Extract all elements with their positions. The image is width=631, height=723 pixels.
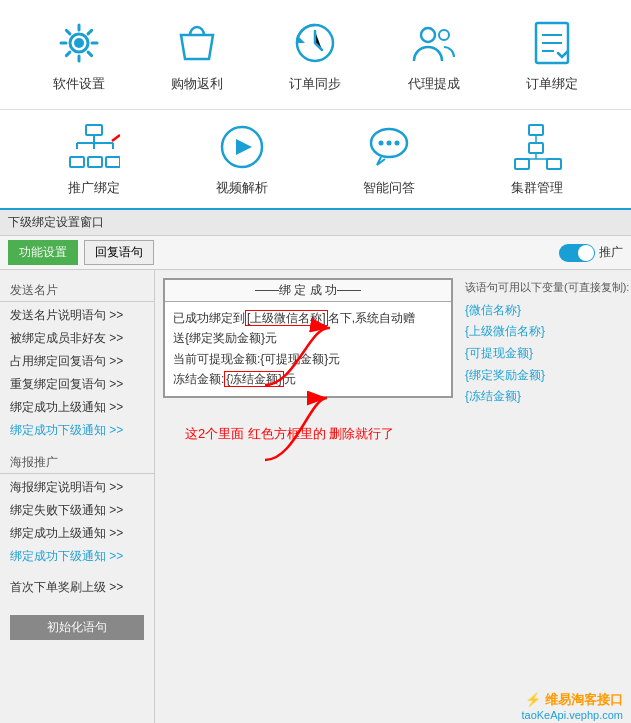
- bind-line-3: 冻结金额:{冻结金额}元: [173, 369, 443, 389]
- video-parse-label: 视频解析: [216, 179, 268, 197]
- cluster-icon: [511, 121, 563, 173]
- smart-qa-icon-item[interactable]: 智能问答: [363, 121, 415, 197]
- annotation-text: 这2个里面 红色方框里的 删除就行了: [185, 425, 394, 443]
- bind-success-title: ——绑 定 成 功——: [165, 280, 451, 302]
- right-content: ——绑 定 成 功—— 已成功绑定到[上级微信名称]名下,系统自动赠 送{绑定奖…: [155, 270, 631, 723]
- smart-qa-label: 智能问答: [363, 179, 415, 197]
- var-reward[interactable]: {绑定奖励金额}: [465, 365, 629, 387]
- sidebar-item-poster-bind-upper[interactable]: 绑定成功上级通知 >>: [0, 522, 154, 545]
- svg-point-15: [387, 141, 392, 146]
- gear-icon: [53, 17, 105, 69]
- sidebar-item-bind-success-lower[interactable]: 绑定成功下级通知 >>: [0, 419, 154, 442]
- sidebar-item-poster-bind-lower[interactable]: 绑定成功下级通知 >>: [0, 545, 154, 568]
- svg-point-1: [74, 38, 84, 48]
- svg-rect-9: [88, 157, 102, 167]
- svg-point-4: [421, 28, 435, 42]
- var-withdrawable[interactable]: {可提现金额}: [465, 343, 629, 365]
- clock-sync-icon: [289, 17, 341, 69]
- promo-toggle[interactable]: [559, 244, 595, 262]
- shopping-rebate-icon-item[interactable]: 购物返利: [171, 17, 223, 93]
- bind-success-content: 已成功绑定到[上级微信名称]名下,系统自动赠 送{绑定奖励金额}元 当前可提现金…: [165, 302, 451, 396]
- toggle-label: 推广: [599, 244, 623, 261]
- people-icon: [408, 17, 460, 69]
- cluster-mgmt-icon-item[interactable]: 集群管理: [511, 121, 563, 197]
- svg-rect-7: [86, 125, 102, 135]
- sub-window-title: 下级绑定设置窗口: [8, 214, 104, 231]
- tab-reply-sentence[interactable]: 回复语句: [84, 240, 154, 265]
- svg-point-16: [395, 141, 400, 146]
- svg-point-5: [439, 30, 449, 40]
- video-parse-icon-item[interactable]: 视频解析: [216, 121, 268, 197]
- sub-window-header: 下级绑定设置窗口: [0, 210, 631, 236]
- top-icon-bar: 软件设置 购物返利 订单同步 代理提成: [0, 0, 631, 110]
- sidebar-item-poster-desc[interactable]: 海报绑定说明语句 >>: [0, 476, 154, 499]
- branding-logo: ⚡ 维易淘客接口: [521, 691, 623, 709]
- vars-title: 该语句可用以下变量(可直接复制):: [465, 278, 629, 298]
- document-check-icon: [526, 17, 578, 69]
- var-wechat-name[interactable]: {微信名称}: [465, 300, 629, 322]
- svg-rect-10: [106, 157, 120, 167]
- shopping-bag-icon: [171, 17, 223, 69]
- toggle-thumb: [578, 245, 594, 261]
- promo-bind-icon-item[interactable]: 推广绑定: [68, 121, 120, 197]
- bind-line-0: 已成功绑定到[上级微信名称]名下,系统自动赠: [173, 308, 443, 328]
- main-content: 发送名片 发送名片说明语句 >> 被绑定成员非好友 >> 占用绑定回复语句 >>…: [0, 270, 631, 723]
- branding-url: taoKeApi.vephp.com: [521, 709, 623, 721]
- svg-rect-17: [529, 125, 543, 135]
- tab-function-settings[interactable]: 功能设置: [8, 240, 78, 265]
- svg-rect-18: [515, 159, 529, 169]
- vars-box: 该语句可用以下变量(可直接复制): {微信名称} {上级微信名称} {可提现金额…: [465, 278, 629, 408]
- var-upper-wechat[interactable]: {上级微信名称}: [465, 321, 629, 343]
- bind-line-1: 送{绑定奖励金额}元: [173, 328, 443, 348]
- svg-rect-20: [529, 143, 543, 153]
- order-sync-icon-item[interactable]: 订单同步: [289, 17, 341, 93]
- order-bind-icon-item[interactable]: 订单绑定: [526, 17, 578, 93]
- branding: ⚡ 维易淘客接口 taoKeApi.vephp.com: [521, 691, 623, 721]
- svg-marker-12: [236, 139, 252, 155]
- order-sync-label: 订单同步: [289, 75, 341, 93]
- sidebar-item-bind-success-upper[interactable]: 绑定成功上级通知 >>: [0, 396, 154, 419]
- promo-bind-label: 推广绑定: [68, 179, 120, 197]
- agent-commission-icon-item[interactable]: 代理提成: [408, 17, 460, 93]
- agent-commission-label: 代理提成: [408, 75, 460, 93]
- left-sidebar: 发送名片 发送名片说明语句 >> 被绑定成员非好友 >> 占用绑定回复语句 >>…: [0, 270, 155, 723]
- tab-bar: 功能设置 回复语句 推广: [0, 236, 631, 270]
- cluster-mgmt-label: 集群管理: [511, 179, 563, 197]
- play-icon: [216, 121, 268, 173]
- section-title-poster: 海报推广: [0, 450, 154, 474]
- init-sentence-button[interactable]: 初始化语句: [10, 615, 144, 640]
- shopping-rebate-label: 购物返利: [171, 75, 223, 93]
- hierarchy-icon: [68, 121, 120, 173]
- sidebar-item-repeat-reply[interactable]: 重复绑定回复语句 >>: [0, 373, 154, 396]
- bind-line-2: 当前可提现金额:{可提现金额}元: [173, 349, 443, 369]
- software-settings-label: 软件设置: [53, 75, 105, 93]
- bind-success-box: ——绑 定 成 功—— 已成功绑定到[上级微信名称]名下,系统自动赠 送{绑定奖…: [163, 278, 453, 398]
- sidebar-item-bind-fail-lower[interactable]: 绑定失败下级通知 >>: [0, 499, 154, 522]
- svg-point-14: [379, 141, 384, 146]
- section-title-card: 发送名片: [0, 278, 154, 302]
- svg-rect-19: [547, 159, 561, 169]
- sidebar-item-card-desc[interactable]: 发送名片说明语句 >>: [0, 304, 154, 327]
- svg-rect-8: [70, 157, 84, 167]
- toggle-switch-container: 推广: [559, 244, 623, 262]
- sidebar-item-occupy-reply[interactable]: 占用绑定回复语句 >>: [0, 350, 154, 373]
- var-frozen[interactable]: {冻结金额}: [465, 386, 629, 408]
- second-icon-bar: 推广绑定 视频解析 智能问答 集群管理: [0, 110, 631, 210]
- software-settings-icon-item[interactable]: 软件设置: [53, 17, 105, 93]
- order-bind-label: 订单绑定: [526, 75, 578, 93]
- chat-icon: [363, 121, 415, 173]
- sidebar-item-not-friend[interactable]: 被绑定成员非好友 >>: [0, 327, 154, 350]
- sidebar-item-first-order[interactable]: 首次下单奖刷上级 >>: [0, 576, 154, 599]
